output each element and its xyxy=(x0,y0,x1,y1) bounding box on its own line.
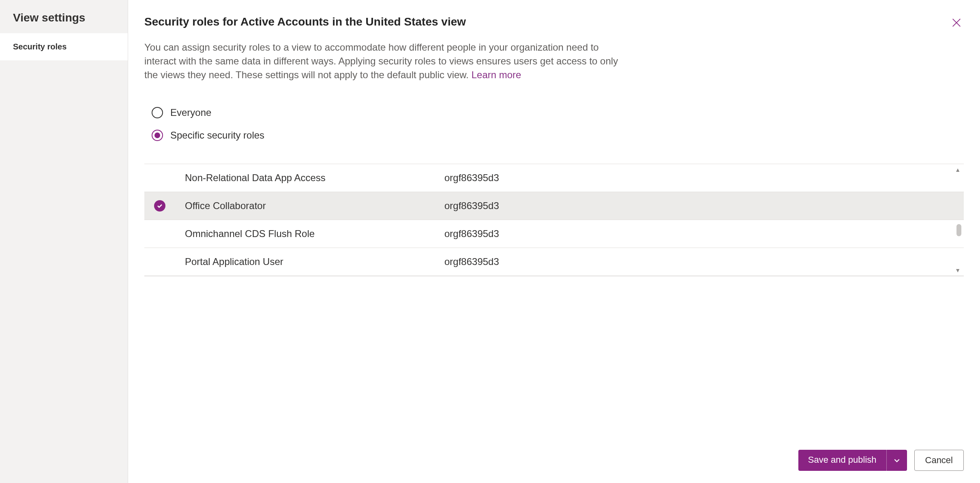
role-name: Portal Application User xyxy=(185,256,444,267)
sidebar-title: View settings xyxy=(0,0,128,33)
close-button[interactable] xyxy=(949,15,964,30)
cancel-button[interactable]: Cancel xyxy=(914,450,964,471)
role-name: Office Collaborator xyxy=(185,200,444,212)
check-placeholder xyxy=(154,228,165,239)
table-row[interactable]: Non-Relational Data App Access orgf86395… xyxy=(144,164,964,192)
role-name: Non-Relational Data App Access xyxy=(185,172,444,184)
save-publish-label: Save and publish xyxy=(798,450,886,471)
radio-dot xyxy=(154,133,160,138)
radio-group: Everyone Specific security roles xyxy=(152,107,964,152)
main-panel: Security roles for Active Accounts in th… xyxy=(128,0,980,483)
table-row[interactable]: Omnichannel CDS Flush Role orgf86395d3 xyxy=(144,220,964,248)
close-icon xyxy=(951,17,962,28)
table-row[interactable]: Office Collaborator orgf86395d3 xyxy=(144,192,964,220)
page-title: Security roles for Active Accounts in th… xyxy=(144,15,466,28)
role-name: Omnichannel CDS Flush Role xyxy=(185,228,444,239)
sidebar-item-security-roles[interactable]: Security roles xyxy=(0,33,128,60)
save-publish-button[interactable]: Save and publish xyxy=(798,450,907,471)
scroll-up-icon[interactable]: ▲ xyxy=(955,167,961,173)
radio-everyone[interactable]: Everyone xyxy=(152,107,964,118)
org-name: orgf86395d3 xyxy=(444,256,499,267)
footer-actions: Save and publish Cancel xyxy=(798,450,964,471)
table-row[interactable]: Portal Application User orgf86395d3 xyxy=(144,248,964,276)
description-text: You can assign security roles to a view … xyxy=(144,41,619,82)
radio-label-everyone: Everyone xyxy=(170,107,211,118)
main-header: Security roles for Active Accounts in th… xyxy=(144,15,964,30)
radio-icon xyxy=(152,107,163,118)
check-placeholder xyxy=(154,172,165,184)
org-name: orgf86395d3 xyxy=(444,172,499,184)
sidebar: View settings Security roles xyxy=(0,0,128,483)
check-placeholder xyxy=(154,256,165,267)
radio-icon-selected xyxy=(152,130,163,141)
learn-more-link[interactable]: Learn more xyxy=(472,69,521,80)
radio-specific[interactable]: Specific security roles xyxy=(152,130,964,141)
sidebar-item-label: Security roles xyxy=(13,42,66,51)
save-publish-dropdown[interactable] xyxy=(886,450,907,471)
scrollbar-thumb[interactable] xyxy=(956,224,961,236)
org-name: orgf86395d3 xyxy=(444,200,499,212)
scroll-down-icon[interactable]: ▼ xyxy=(955,267,961,274)
description-body: You can assign security roles to a view … xyxy=(144,42,618,80)
org-name: orgf86395d3 xyxy=(444,228,499,239)
roles-table: ▲ Non-Relational Data App Access orgf863… xyxy=(144,164,964,276)
radio-label-specific: Specific security roles xyxy=(170,130,264,141)
chevron-down-icon xyxy=(893,457,901,464)
check-circle-icon xyxy=(154,200,165,212)
